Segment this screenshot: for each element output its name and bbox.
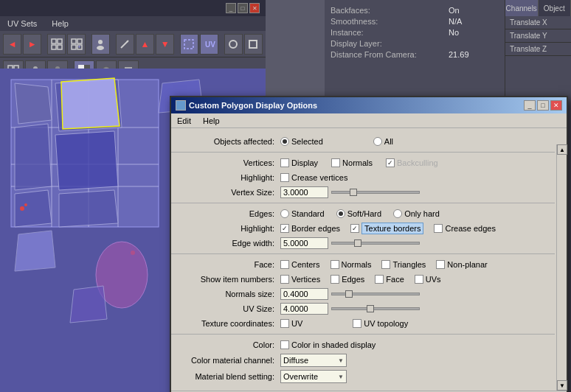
info-row-display-layer: Display Layer: (331, 39, 499, 48)
checkbox-border-edges[interactable]: Border edges (280, 224, 340, 233)
toolbar-grid-btn[interactable] (47, 34, 66, 55)
checkbox-crease-vertices[interactable]: Crease vertices (280, 173, 347, 182)
toolbar-circle-btn[interactable] (224, 34, 243, 55)
attr-translate-y[interactable]: Translate Y (505, 29, 571, 43)
slider-vertex-thumb[interactable] (350, 189, 357, 196)
scrollbar-down-btn[interactable]: ▼ (557, 380, 567, 391)
face-options: Centers Normals Triangles Non-planar (280, 260, 549, 269)
tab-object[interactable]: Object (539, 0, 572, 16)
toolbar-right-arrow[interactable]: ► (23, 34, 41, 55)
radio-standard[interactable]: Standard (280, 209, 325, 218)
checkbox-centers-label: Centers (291, 260, 320, 269)
radio-soft-hard[interactable]: Soft/Hard (336, 209, 381, 218)
toolbar-left-arrow[interactable]: ◄ (3, 34, 21, 55)
dialog-menu-help[interactable]: Help (200, 115, 223, 127)
checkbox-crease-edges[interactable]: Crease edges (434, 224, 496, 233)
material-blend-controls: Overwrite ▼ (280, 370, 549, 383)
info-label-instance: Instance: (331, 28, 449, 37)
attr-translate-x[interactable]: Translate X (505, 16, 571, 29)
slider-normals-size-thumb[interactable] (345, 290, 353, 298)
slider-vertex-size[interactable] (331, 191, 420, 194)
checkbox-edges-num[interactable]: Edges (331, 275, 364, 284)
slider-edge-width-thumb[interactable] (354, 239, 361, 247)
checkbox-uvs-num[interactable]: UVs (415, 275, 441, 284)
input-uv-size[interactable] (280, 303, 328, 315)
svg-rect-6 (72, 45, 76, 49)
dialog-minimize-btn[interactable]: _ (524, 100, 536, 111)
checkbox-backculling[interactable]: Backculling (386, 158, 438, 167)
radio-selected[interactable]: Selected (280, 137, 323, 146)
checkbox-triangles[interactable]: Triangles (381, 260, 426, 269)
checkbox-normals-vertices[interactable]: Normals (331, 158, 373, 167)
close-button[interactable]: ✕ (249, 3, 260, 13)
attr-translate-z[interactable]: Translate Z (505, 43, 571, 56)
dropdown-arrow-color-material: ▼ (338, 357, 344, 364)
checkbox-normals-face[interactable]: Normals (331, 260, 372, 269)
input-edge-width[interactable] (280, 237, 328, 249)
slider-normals-size[interactable] (331, 293, 420, 295)
divider-3 (171, 253, 555, 254)
toolbar-avatar-1[interactable] (91, 34, 110, 55)
dialog-close-btn[interactable]: ✕ (550, 100, 562, 111)
slider-edge-width[interactable] (331, 242, 420, 245)
input-normals-size[interactable] (280, 288, 328, 300)
menu-uv-sets[interactable]: UV Sets (4, 18, 40, 29)
slider-uv-size[interactable] (331, 307, 420, 310)
toolbar-grid-plus[interactable]: + (67, 34, 86, 55)
checkbox-face-num[interactable]: Face (375, 275, 404, 284)
dropdown-color-material-value: Diffuse (283, 356, 308, 365)
normals-size-controls (280, 288, 549, 300)
checkbox-non-planar[interactable]: Non-planar (436, 260, 487, 269)
svg-marker-46 (15, 231, 55, 271)
toolbar-tool1[interactable] (116, 34, 134, 55)
label-highlight-edges: Highlight: (177, 224, 280, 233)
checkbox-uv[interactable]: UV (280, 319, 302, 328)
toolbar-select-btn[interactable] (180, 34, 198, 55)
toolbar-down-arrow[interactable]: ▼ (156, 34, 174, 55)
info-panel: Backfaces: On Smoothness: N/A Instance: … (325, 0, 505, 96)
toolbar-up-arrow[interactable]: ▲ (136, 34, 154, 55)
input-vertex-size[interactable] (280, 186, 328, 198)
checkbox-edges-num-box (331, 275, 339, 284)
highlight-edges-options: Border edges Texture borders Crease edge… (280, 223, 549, 234)
uv-size-controls (280, 303, 549, 315)
minimize-button[interactable]: _ (226, 3, 236, 13)
dialog-maximize-btn[interactable]: □ (537, 100, 549, 111)
radio-only-hard[interactable]: Only hard (393, 209, 440, 218)
maximize-button[interactable]: □ (238, 3, 248, 13)
info-label-smoothness: Smoothness: (331, 17, 449, 26)
checkbox-display[interactable]: Display (280, 158, 318, 167)
radio-all-circle (373, 137, 382, 146)
checkbox-vertices-num[interactable]: Vertices (280, 275, 320, 284)
checkbox-crease-edges-label: Crease edges (445, 224, 496, 233)
checkbox-backculling-box (386, 158, 395, 167)
dialog-titlebar: Custom Polygon Display Options _ □ ✕ (171, 97, 567, 113)
checkbox-non-planar-label: Non-planar (447, 260, 487, 269)
checkbox-uvs-num-label: UVs (426, 275, 441, 284)
dropdown-arrow-material-blend: ▼ (338, 374, 344, 380)
svg-marker-47 (61, 78, 120, 129)
dialog-menubar: Edit Help (171, 113, 567, 128)
dialog-menu-edit[interactable]: Edit (174, 115, 194, 127)
menu-help[interactable]: Help (49, 18, 72, 29)
dropdown-color-material[interactable]: Diffuse ▼ (280, 354, 347, 367)
checkbox-texture-borders-label: Texture borders (361, 223, 423, 234)
radio-all[interactable]: All (373, 137, 393, 146)
checkbox-uv-topology-box (353, 319, 361, 328)
dropdown-material-blend[interactable]: Overwrite ▼ (280, 370, 347, 383)
tab-channels[interactable]: Channels (505, 0, 539, 16)
toolbar-uv-btn[interactable]: UV (200, 34, 218, 55)
checkbox-color-shaded[interactable]: Color in shaded display (280, 340, 376, 349)
info-value-instance: No (449, 28, 459, 37)
row-edge-width: Edge width: (171, 236, 555, 251)
checkbox-texture-borders-box (350, 224, 359, 233)
slider-uv-size-thumb[interactable] (367, 305, 374, 312)
svg-rect-1 (58, 39, 62, 43)
checkbox-centers[interactable]: Centers (280, 260, 320, 269)
checkbox-texture-borders[interactable]: Texture borders (350, 223, 423, 234)
checkbox-triangles-box (381, 260, 390, 269)
toolbar-square-btn[interactable] (244, 34, 263, 55)
checkbox-uv-topology[interactable]: UV topology (353, 319, 408, 328)
label-show-item-numbers: Show item numbers: (177, 275, 280, 284)
scrollbar-up-btn[interactable]: ▲ (557, 144, 567, 155)
